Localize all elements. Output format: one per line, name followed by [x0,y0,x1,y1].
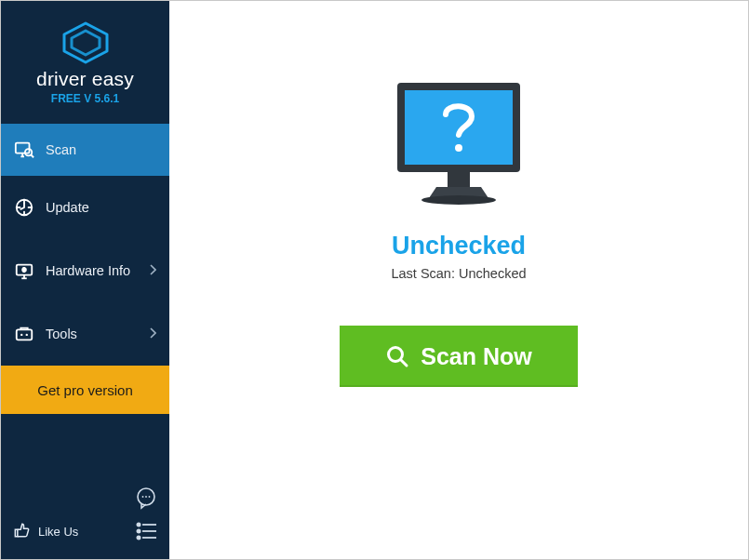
sidebar-item-tools[interactable]: Tools [1,302,169,366]
main-panel: Unchecked Last Scan: Unchecked Scan Now [169,1,748,559]
brand: driver easy FREE V 5.6.1 [1,1,169,114]
feedback-icon[interactable] [134,486,158,510]
svg-line-9 [31,155,33,158]
monitor-icon [381,73,537,213]
chevron-right-icon [149,327,156,341]
status-subtitle: Last Scan: Unchecked [391,266,526,281]
svg-marker-4 [72,31,100,55]
like-us-label: Like Us [38,525,78,539]
sidebar-item-hardware-info[interactable]: i Hardware Info [1,239,169,302]
sidebar: driver easy FREE V 5.6.1 Scan [1,1,169,559]
svg-point-27 [137,536,140,539]
sidebar-bottom: Like Us [1,473,169,559]
search-icon [385,344,409,368]
status-title: Unchecked [392,232,526,260]
svg-rect-30 [405,90,513,165]
svg-point-22 [149,496,151,498]
sidebar-item-label: Scan [46,142,156,157]
status-graphic [381,73,537,213]
menu-icon[interactable] [136,522,158,542]
svg-point-31 [455,144,462,152]
svg-text:i: i [23,268,24,273]
sidebar-item-label: Update [46,200,156,215]
get-pro-label: Get pro version [37,382,133,398]
tools-icon [14,324,34,344]
svg-rect-32 [448,172,470,187]
svg-point-18 [26,334,28,336]
scan-now-label: Scan Now [421,343,531,370]
sidebar-item-label: Tools [46,327,138,341]
sidebar-item-label: Hardware Info [46,263,138,278]
brand-version: FREE V 5.6.1 [51,92,119,105]
svg-point-23 [137,523,140,526]
chevron-right-icon [149,263,156,278]
hardware-info-icon: i [14,260,34,281]
sidebar-item-update[interactable]: Update [1,176,169,239]
svg-rect-16 [17,329,33,340]
sidebar-nav: Scan Update i [1,124,169,414]
app-window: driver easy FREE V 5.6.1 Scan [0,0,749,560]
logo-icon [59,20,113,64]
scan-icon [14,140,34,160]
update-icon [14,197,34,218]
svg-rect-5 [16,143,30,153]
brand-name: driver easy [36,68,134,90]
scan-now-button[interactable]: Scan Now [340,326,578,387]
svg-point-17 [20,334,22,336]
svg-point-33 [421,195,496,205]
svg-line-35 [401,360,407,366]
sidebar-item-scan[interactable]: Scan [1,124,169,176]
svg-point-20 [142,496,144,498]
thumbs-up-icon [12,521,31,542]
like-us-button[interactable]: Like Us [12,521,78,542]
svg-point-21 [145,496,147,498]
get-pro-button[interactable]: Get pro version [1,366,169,414]
svg-point-25 [137,529,140,532]
